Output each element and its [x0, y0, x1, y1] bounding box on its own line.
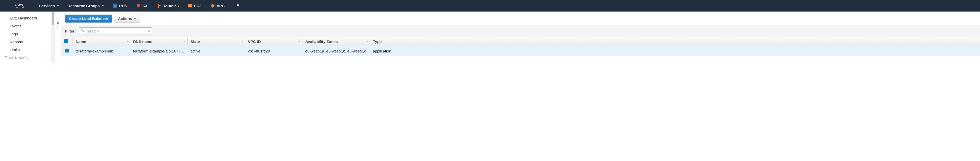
load-balancers-table: Name DNS name State VPC ID Availability …: [61, 37, 980, 56]
caret-down-icon: [134, 18, 136, 19]
column-header-dns-name[interactable]: DNS name: [130, 37, 187, 46]
svg-rect-5: [189, 5, 191, 6]
checkbox-icon: [64, 39, 68, 43]
nav-shortcut-ec2[interactable]: EC2: [184, 0, 205, 11]
nav-shortcut-route53[interactable]: Route 53: [152, 0, 182, 11]
search-input[interactable]: [79, 27, 152, 35]
sidebar-item-limits[interactable]: Limits: [0, 46, 51, 54]
clear-search-icon[interactable]: ✕: [147, 29, 150, 34]
nav-shortcut-rds[interactable]: RDS: [109, 0, 131, 11]
table-header-row: Name DNS name State VPC ID Availability …: [61, 37, 980, 46]
sidebar-item-reports[interactable]: Reports: [0, 38, 51, 46]
caret-down-icon: [57, 5, 59, 6]
route53-icon: [156, 3, 161, 8]
sort-icon: [241, 41, 243, 42]
nav-shortcut-label: Route 53: [162, 3, 179, 8]
vpc-icon: [210, 3, 215, 8]
sidebar-item-dashboard[interactable]: EC2 Dashboard: [0, 14, 51, 22]
collapse-minus-icon: −: [5, 56, 7, 59]
ec2-icon: [187, 3, 192, 8]
main-layout: EC2 Dashboard Events Tags Reports Limits…: [0, 11, 980, 63]
table-row[interactable]: terraform-example-alb terraform-example-…: [61, 46, 980, 56]
sidebar-divider: ◀: [51, 11, 61, 63]
caret-down-icon: [102, 5, 104, 6]
nav-resource-groups[interactable]: Resource Groups: [64, 0, 107, 11]
nav-shortcut-vpc[interactable]: VPC: [207, 0, 228, 11]
toolbar: Create Load Balancer Actions: [61, 11, 980, 25]
chevron-left-icon: ◀: [56, 21, 59, 24]
cell-vpc-id: vpc-4f01fd29: [245, 46, 302, 56]
actions-label: Actions: [118, 16, 132, 21]
create-load-balancer-button[interactable]: Create Load Balancer: [65, 14, 112, 23]
select-all-header[interactable]: [61, 37, 73, 46]
pin-icon[interactable]: [232, 3, 243, 8]
sidebar-item-tags[interactable]: Tags: [0, 30, 51, 38]
content-area: Create Load Balancer Actions Filter: ✕: [61, 11, 980, 63]
sidebar-section-instances[interactable]: − INSTANCES: [0, 54, 51, 61]
column-header-availability-zones[interactable]: Availability Zones: [302, 37, 370, 46]
actions-button[interactable]: Actions: [114, 14, 140, 23]
top-nav-bar: aws Services Resource Groups RDS S3 Rout…: [0, 0, 980, 11]
scrollbar-thumb[interactable]: [52, 12, 54, 25]
sidebar-section-label: INSTANCES: [9, 56, 27, 60]
svg-rect-2: [114, 5, 116, 6]
column-header-name[interactable]: Name: [73, 37, 130, 46]
nav-resource-groups-label: Resource Groups: [68, 3, 100, 8]
rds-icon: [113, 3, 118, 8]
search-box: ✕: [79, 27, 152, 35]
column-header-state[interactable]: State: [187, 37, 245, 46]
nav-shortcut-label: VPC: [217, 3, 224, 8]
nav-shortcut-label: RDS: [119, 3, 127, 8]
s3-icon: [136, 3, 141, 8]
sidebar-item-events[interactable]: Events: [0, 22, 51, 30]
sidebar-collapse-handle[interactable]: ◀: [56, 17, 59, 29]
nav-shortcut-label: S3: [142, 3, 147, 8]
cell-type: application: [370, 46, 980, 56]
sort-icon: [299, 41, 301, 42]
nav-shortcut-s3[interactable]: S3: [132, 0, 151, 11]
cell-availability-zones: eu-west-1a, eu-west-1b, eu-west-1c: [302, 46, 370, 56]
sidebar: EC2 Dashboard Events Tags Reports Limits…: [0, 11, 51, 63]
checkbox-icon: [65, 48, 69, 53]
cell-dns-name: terraform-example-alb-1677…: [130, 46, 187, 56]
svg-text:aws: aws: [15, 3, 23, 7]
filter-label: Filter:: [65, 29, 76, 33]
row-checkbox-cell[interactable]: [61, 46, 73, 56]
nav-services-label: Services: [39, 3, 55, 8]
sort-icon: [184, 41, 186, 42]
cell-state: active: [187, 46, 245, 56]
nav-shortcut-label: EC2: [194, 3, 201, 8]
sort-icon: [126, 41, 128, 42]
sidebar-scrollbar[interactable]: [51, 11, 55, 63]
cell-name: terraform-example-alb: [73, 46, 130, 56]
aws-logo[interactable]: aws: [15, 2, 27, 9]
sort-icon: [366, 41, 368, 42]
svg-point-3: [158, 5, 159, 6]
filter-bar: Filter: ✕: [61, 25, 980, 37]
nav-services[interactable]: Services: [35, 0, 62, 11]
column-header-type[interactable]: Type: [370, 37, 980, 46]
column-header-vpc-id[interactable]: VPC ID: [245, 37, 302, 46]
